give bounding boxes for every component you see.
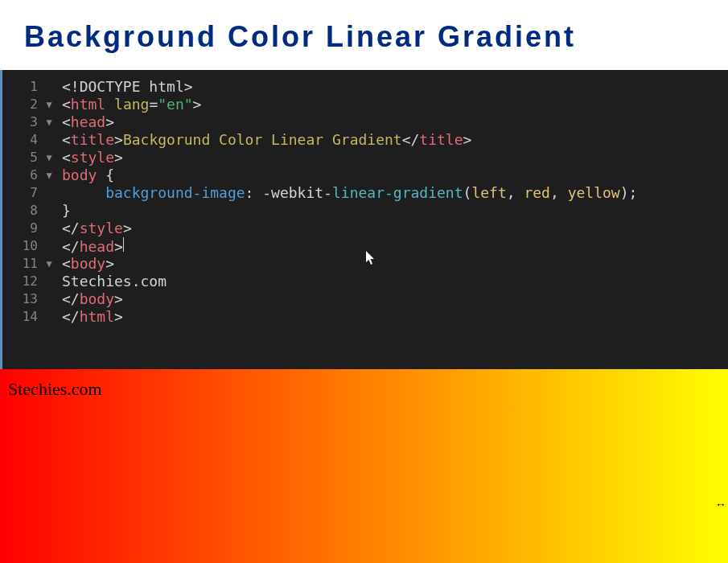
code-content[interactable]: </head>	[57, 237, 124, 256]
code-line[interactable]: 1<!DOCTYPE html>	[2, 78, 728, 96]
line-number: 5	[2, 149, 41, 166]
code-line[interactable]: 10</head>	[2, 237, 728, 255]
code-content[interactable]: </html>	[57, 308, 123, 326]
fold-toggle-icon[interactable]: ▼	[41, 166, 57, 184]
page-title: Background Color Linear Gradient	[24, 20, 704, 54]
code-content[interactable]: background-image: -webkit-linear-gradien…	[57, 184, 637, 202]
code-content[interactable]: body {	[57, 166, 114, 184]
code-line[interactable]: 12Stechies.com	[2, 273, 728, 290]
code-line[interactable]: 9</style>	[2, 220, 728, 237]
code-content[interactable]: <title>Backgorund Color Linear Gradient<…	[57, 131, 471, 149]
fold-toggle-icon[interactable]: ▼	[41, 255, 57, 273]
code-editor[interactable]: 1<!DOCTYPE html>2▼<html lang="en">3▼<hea…	[0, 70, 728, 369]
code-content[interactable]: <head>	[57, 113, 114, 131]
line-number: 10	[2, 237, 41, 255]
line-number: 8	[2, 202, 41, 220]
code-content[interactable]: <style>	[57, 149, 123, 166]
line-number: 14	[2, 308, 41, 326]
code-content[interactable]: }	[57, 202, 71, 220]
preview-pane: Stechies.com ↔	[0, 369, 728, 563]
code-line[interactable]: 14</html>	[2, 308, 728, 326]
code-content[interactable]: <body>	[57, 255, 114, 273]
line-number: 12	[2, 273, 41, 290]
code-content[interactable]: Stechies.com	[57, 273, 167, 290]
line-number: 1	[2, 78, 41, 96]
code-line[interactable]: 11▼<body>	[2, 255, 728, 273]
preview-body-text: Stechies.com	[8, 379, 102, 399]
fold-toggle-icon[interactable]: ▼	[41, 113, 57, 131]
page-header: Background Color Linear Gradient	[0, 0, 728, 70]
line-number: 4	[2, 131, 41, 149]
line-number: 11	[2, 255, 41, 273]
resize-handle-icon[interactable]: ↔	[715, 498, 726, 511]
code-line[interactable]: 7 background-image: -webkit-linear-gradi…	[2, 184, 728, 202]
code-line[interactable]: 5▼<style>	[2, 149, 728, 166]
text-cursor	[123, 237, 124, 252]
line-number: 9	[2, 220, 41, 237]
line-number: 2	[2, 96, 41, 113]
line-number: 6	[2, 166, 41, 184]
fold-toggle-icon[interactable]: ▼	[41, 96, 57, 113]
code-content[interactable]: <html lang="en">	[57, 96, 201, 113]
code-line[interactable]: 13</body>	[2, 290, 728, 308]
code-line[interactable]: 8}	[2, 202, 728, 220]
code-content[interactable]: </body>	[57, 290, 123, 308]
code-content[interactable]: </style>	[57, 220, 132, 237]
line-number: 3	[2, 113, 41, 131]
line-number: 7	[2, 184, 41, 202]
code-line[interactable]: 4<title>Backgorund Color Linear Gradient…	[2, 131, 728, 149]
line-number: 13	[2, 290, 41, 308]
code-line[interactable]: 6▼body {	[2, 166, 728, 184]
code-line[interactable]: 2▼<html lang="en">	[2, 96, 728, 113]
code-line[interactable]: 3▼<head>	[2, 113, 728, 131]
code-content[interactable]: <!DOCTYPE html>	[57, 78, 193, 96]
fold-toggle-icon[interactable]: ▼	[41, 149, 57, 166]
